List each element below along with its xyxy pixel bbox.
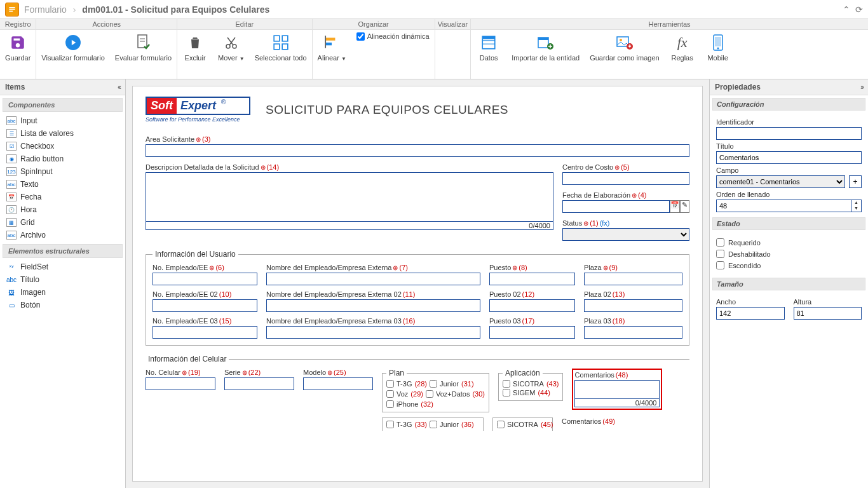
t3g-check[interactable] — [386, 380, 394, 388]
sigem-check[interactable] — [503, 389, 510, 396]
guardar-imagen-button[interactable]: Guardar como imagen — [585, 30, 664, 79]
no-empleado-3-input[interactable] — [153, 326, 257, 339]
comentarios-field-selected[interactable]: Comentarios (48) 0/4000 — [572, 369, 662, 410]
breadcrumb-main: dm001.01 - Solicitud para Equipos Celula… — [82, 4, 269, 15]
nombre-2-input[interactable] — [266, 299, 480, 312]
reglas-button[interactable]: fx Reglas — [665, 30, 700, 79]
vozdatos-check[interactable] — [426, 390, 433, 398]
no-empleado-2-input[interactable] — [153, 299, 257, 312]
refresh-icon[interactable]: ⟳ — [855, 4, 863, 15]
component-item-fecha[interactable]: 📅Fecha — [3, 191, 123, 203]
puesto-2-input[interactable] — [489, 299, 575, 312]
component-item-lista-de-valores[interactable]: ☰Lista de valores — [3, 127, 123, 140]
svg-rect-7 — [282, 44, 288, 50]
component-item-grid[interactable]: ▦Grid — [3, 216, 123, 229]
guardar-button[interactable]: Guardar — [0, 30, 36, 79]
orden-up-button[interactable]: ▲ — [851, 200, 861, 206]
svg-rect-18 — [617, 37, 628, 46]
status-select[interactable] — [562, 228, 689, 241]
visualizar-formulario-button[interactable]: Visualizar formulario — [36, 30, 109, 79]
data-form-icon — [480, 34, 498, 51]
evaluar-formulario-button[interactable]: Evaluar formulario — [110, 30, 177, 79]
breadcrumb: Formulario › dm001.01 - Solicitud para E… — [24, 4, 269, 15]
component-item-checkbox[interactable]: ☑Checkbox — [3, 140, 123, 152]
fecha-input[interactable] — [562, 200, 670, 213]
svg-point-23 — [717, 48, 719, 50]
estado-section: Estado — [712, 217, 865, 230]
select-all-icon — [272, 34, 290, 51]
alinear-button[interactable]: Alinear ▼ — [313, 30, 351, 79]
properties-panel: Propiedades ›› Configuración Identificad… — [709, 79, 868, 488]
datos-button[interactable]: Datos — [471, 30, 506, 79]
component-item-archivo[interactable]: abcArchivo — [3, 229, 123, 241]
junior-check[interactable] — [430, 380, 437, 388]
excluir-button[interactable]: Excluir — [177, 30, 213, 79]
iphone-check[interactable] — [386, 400, 394, 408]
puesto-3-input[interactable] — [489, 326, 575, 339]
ribbon-group-herramientas: Herramientas — [471, 19, 868, 30]
modelo-input[interactable] — [303, 377, 373, 390]
serie-input[interactable] — [224, 377, 294, 390]
requerido-check[interactable] — [716, 238, 724, 247]
structural-item-fieldset[interactable]: ˣʸFieldSet — [3, 261, 123, 273]
component-item-input[interactable]: abcInput — [3, 114, 123, 127]
structural-item-botón[interactable]: ▭Botón — [3, 299, 123, 311]
ribbon: Registro Guardar Acciones Visualizar for… — [0, 19, 868, 79]
ribbon-group-registro: Registro — [0, 19, 36, 30]
sicotra2-check[interactable] — [497, 421, 505, 428]
form-canvas[interactable]: SoftExpert® Software for Performance Exc… — [126, 79, 709, 488]
identificador-input[interactable] — [716, 127, 862, 140]
voz-check[interactable] — [386, 390, 394, 398]
items-panel: Items ‹‹ Componentes abcInput☰Lista de v… — [0, 79, 126, 488]
altura-input[interactable] — [794, 307, 862, 320]
area-solicitante-input[interactable] — [146, 144, 689, 157]
descripcion-input[interactable] — [146, 172, 553, 222]
comentarios-input[interactable] — [574, 380, 660, 399]
component-item-spininput[interactable]: 123SpinInput — [3, 165, 123, 178]
component-item-texto[interactable]: abcTexto — [3, 178, 123, 191]
plaza-3-input[interactable] — [584, 326, 682, 339]
structural-item-título[interactable]: abcTítulo — [3, 273, 123, 286]
collapse-left-icon[interactable]: ‹‹ — [118, 83, 120, 92]
nombre-3-input[interactable] — [266, 326, 480, 339]
no-empleado-1-input[interactable] — [153, 273, 257, 285]
mover-button[interactable]: Mover ▼ — [213, 30, 250, 79]
orden-down-button[interactable]: ▼ — [851, 206, 861, 212]
plaza-1-input[interactable] — [584, 273, 682, 285]
add-campo-button[interactable]: + — [849, 175, 862, 188]
component-item-hora[interactable]: 🕐Hora — [3, 203, 123, 216]
puesto-1-input[interactable] — [489, 273, 575, 285]
t3g2-check[interactable] — [386, 421, 394, 428]
seleccionar-todo-button[interactable]: Seleccionar todo — [250, 30, 312, 79]
collapse-ribbon-icon[interactable]: ⌃ — [843, 4, 850, 15]
escondido-check[interactable] — [716, 261, 724, 269]
ribbon-group-visualizar: Visualizar — [435, 19, 471, 30]
centro-costo-input[interactable] — [562, 172, 689, 185]
alineacion-dinamica-check[interactable]: Alineación dinámica — [351, 30, 435, 79]
sicotra-check[interactable] — [503, 380, 510, 388]
softexpert-logo: SoftExpert® Software for Performance Exc… — [146, 97, 250, 123]
titulo-input[interactable] — [716, 151, 862, 164]
importar-entidad-button[interactable]: Importar de la entidad — [506, 30, 585, 79]
calendar-icon[interactable]: 📅 — [670, 200, 680, 213]
no-celular-input[interactable] — [146, 377, 215, 390]
mobile-button[interactable]: Mobile — [700, 30, 736, 79]
svg-rect-14 — [482, 36, 495, 39]
orden-input[interactable] — [716, 200, 851, 212]
collapse-right-icon[interactable]: ›› — [860, 83, 863, 92]
campo-select[interactable]: comente01 - Comentarios — [716, 175, 845, 188]
deshabilitado-check[interactable] — [716, 250, 724, 258]
structural-item-imagen[interactable]: 🖼Imagen — [3, 286, 123, 299]
plaza-2-input[interactable] — [584, 299, 682, 312]
svg-rect-22 — [715, 37, 721, 46]
junior2-check[interactable] — [430, 421, 437, 428]
componentes-section: Componentes — [3, 98, 123, 112]
ancho-input[interactable] — [716, 307, 785, 320]
ribbon-group-organizar: Organizar — [313, 19, 435, 30]
save-icon — [9, 34, 27, 51]
nombre-1-input[interactable] — [266, 273, 480, 285]
structural-icon: abc — [6, 275, 17, 284]
clear-date-icon[interactable]: ✎ — [680, 200, 689, 213]
status-fx-link[interactable]: (fx) — [600, 219, 610, 227]
component-item-radio-button[interactable]: ◉Radio button — [3, 152, 123, 165]
